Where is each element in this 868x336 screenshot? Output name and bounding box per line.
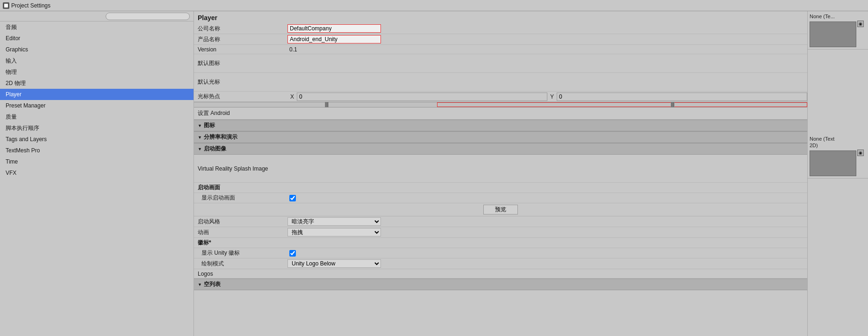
main-container: 🔍 音频EditorGraphics输入物理2D 物理PlayerPreset … bbox=[0, 11, 868, 336]
logos-label: Logos bbox=[194, 271, 287, 277]
sidebar-item-player[interactable]: Player bbox=[0, 89, 194, 100]
right-panel-select-btn-1[interactable]: ◉ bbox=[857, 21, 864, 27]
company-name-input[interactable] bbox=[287, 24, 381, 33]
empty-list-header[interactable]: 空列表 bbox=[194, 279, 807, 290]
version-value: 0.1 bbox=[287, 46, 807, 53]
y-axis-label: Y bbox=[547, 93, 557, 100]
sidebar-item-time[interactable]: Time bbox=[0, 156, 194, 167]
preview-button[interactable]: 预览 bbox=[483, 205, 518, 214]
drag-handle-left[interactable] bbox=[325, 102, 329, 107]
product-name-input[interactable] bbox=[287, 35, 381, 43]
sidebar-item-physics2d[interactable]: 2D 物理 bbox=[0, 78, 194, 89]
right-panel: None (Te... ◉ None (Text2D) ◉ bbox=[807, 11, 868, 336]
svg-rect-0 bbox=[4, 4, 8, 7]
draw-mode-label: 绘制模式 bbox=[194, 260, 287, 268]
x-axis-label: X bbox=[287, 93, 297, 100]
sidebar-item-graphics[interactable]: Graphics bbox=[0, 44, 194, 55]
svg-rect-1 bbox=[326, 102, 326, 107]
sidebar-item-audio[interactable]: 音频 bbox=[0, 21, 194, 33]
show-splash-checkbox[interactable] bbox=[289, 195, 296, 201]
show-splash-label: 显示启动画面 bbox=[194, 194, 287, 202]
splash-screen-label-row: 启动画面 bbox=[194, 183, 807, 193]
search-input[interactable] bbox=[106, 13, 190, 20]
player-title: Player bbox=[194, 11, 807, 23]
animation-row: 动画 拖拽 bbox=[194, 227, 807, 238]
default-cursor-row: 默认光标 bbox=[194, 73, 807, 92]
app-icon bbox=[3, 2, 9, 9]
right-panel-item-2: None (Text2D) ◉ bbox=[808, 134, 868, 179]
drag-divider bbox=[194, 102, 807, 107]
vr-splash-row: Virtual Reality Splash Image bbox=[194, 155, 807, 183]
sidebar-item-textmesh[interactable]: TextMesh Pro bbox=[0, 145, 194, 156]
sidebar-item-preset-manager[interactable]: Preset Manager bbox=[0, 100, 194, 111]
sidebar-item-editor[interactable]: Editor bbox=[0, 33, 194, 44]
drag-handle-right[interactable] bbox=[671, 102, 674, 107]
vr-splash-label: Virtual Reality Splash Image bbox=[194, 165, 325, 172]
splash-screen-label: 启动画面 bbox=[194, 184, 287, 192]
right-panel-label-1: None (Te... bbox=[810, 13, 835, 20]
drag-outline-box bbox=[437, 102, 807, 107]
show-unity-logo-row: 显示 Unity 徽标 bbox=[194, 248, 807, 258]
version-row: Version 0.1 bbox=[194, 45, 807, 54]
window-title: Project Settings bbox=[11, 2, 50, 9]
sidebar: 🔍 音频EditorGraphics输入物理2D 物理PlayerPreset … bbox=[0, 11, 194, 336]
splash-style-row: 启动风格 暗淡亮字 bbox=[194, 216, 807, 227]
cursor-hotspot-row: 光标热点 X Y bbox=[194, 92, 807, 102]
draw-mode-row: 绘制模式 Unity Logo Below bbox=[194, 258, 807, 269]
draw-mode-select[interactable]: Unity Logo Below bbox=[287, 259, 381, 268]
preview-row: 预览 bbox=[194, 203, 807, 216]
show-splash-row: 显示启动画面 bbox=[194, 193, 807, 203]
hotspot-y-section: Y bbox=[547, 93, 807, 101]
splash-image-section-header[interactable]: 启动图像 bbox=[194, 143, 807, 155]
sidebar-item-vfx[interactable]: VFX bbox=[0, 167, 194, 179]
animation-label: 动画 bbox=[194, 229, 287, 236]
right-panel-box-2[interactable] bbox=[810, 150, 856, 176]
cursor-hotspot-label: 光标热点 bbox=[194, 93, 287, 100]
sidebar-item-input[interactable]: 输入 bbox=[0, 55, 194, 66]
logo-star-label-row: 徽标* bbox=[194, 238, 807, 248]
title-bar: Project Settings bbox=[0, 0, 868, 11]
company-name-row: 公司名称 bbox=[194, 23, 807, 34]
sidebar-item-physics[interactable]: 物理 bbox=[0, 66, 194, 78]
logos-label-row: Logos bbox=[194, 269, 807, 279]
logo-star-label: 徽标* bbox=[194, 239, 287, 247]
animation-select[interactable]: 拖拽 bbox=[287, 228, 381, 236]
hotspot-x-section: X bbox=[287, 93, 547, 101]
svg-rect-4 bbox=[673, 102, 674, 107]
icon-section-header[interactable]: 图标 bbox=[194, 120, 807, 131]
hotspot-x-input[interactable] bbox=[297, 93, 547, 101]
right-panel-select-btn-2[interactable]: ◉ bbox=[857, 150, 864, 156]
version-label: Version bbox=[194, 46, 287, 53]
svg-rect-3 bbox=[672, 102, 672, 107]
right-panel-box-1[interactable] bbox=[810, 21, 856, 47]
sidebar-item-tags-layers[interactable]: Tags and Layers bbox=[0, 134, 194, 145]
sidebar-items-list: 音频EditorGraphics输入物理2D 物理PlayerPreset Ma… bbox=[0, 21, 194, 179]
default-icon-row: 默认图标 bbox=[194, 54, 807, 73]
show-unity-logo-label: 显示 Unity 徽标 bbox=[194, 249, 287, 257]
content-area: Player 公司名称 产品名称 Version 0.1 默认图标 默认光标 bbox=[194, 11, 807, 336]
product-name-label: 产品名称 bbox=[194, 36, 287, 43]
right-panel-label-2: None (Text2D) bbox=[810, 136, 834, 149]
default-cursor-label: 默认光标 bbox=[194, 78, 287, 86]
sidebar-item-script-order[interactable]: 脚本执行顺序 bbox=[0, 122, 194, 134]
resolution-section-header[interactable]: 分辨率和演示 bbox=[194, 131, 807, 143]
product-name-row: 产品名称 bbox=[194, 34, 807, 45]
splash-style-select[interactable]: 暗淡亮字 bbox=[287, 217, 381, 226]
show-unity-logo-checkbox[interactable] bbox=[289, 250, 296, 257]
splash-style-label: 启动风格 bbox=[194, 218, 287, 226]
hotspot-y-input[interactable] bbox=[557, 93, 807, 101]
default-icon-label: 默认图标 bbox=[194, 59, 287, 67]
right-panel-item-1: None (Te... ◉ bbox=[808, 11, 868, 50]
svg-rect-2 bbox=[327, 102, 328, 107]
sidebar-item-quality[interactable]: 质量 bbox=[0, 111, 194, 122]
android-settings-label: 设置 Android bbox=[194, 107, 807, 120]
company-name-label: 公司名称 bbox=[194, 25, 287, 33]
search-bar-area: 🔍 bbox=[0, 11, 194, 21]
